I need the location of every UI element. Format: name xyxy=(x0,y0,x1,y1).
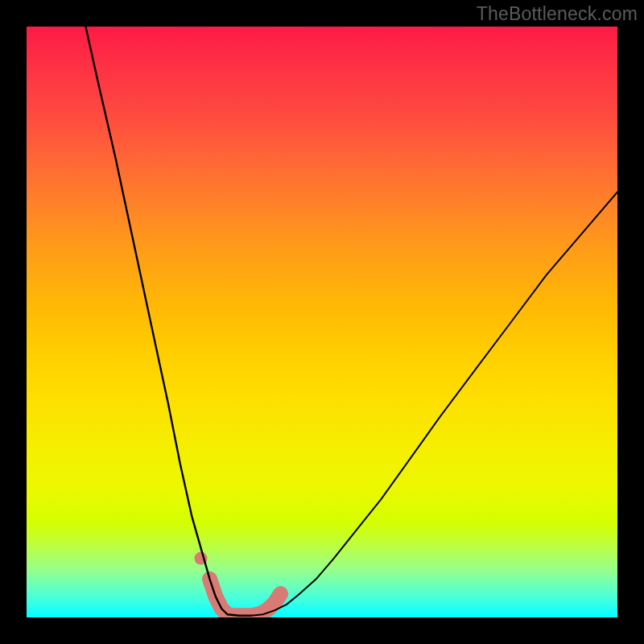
curves-layer xyxy=(27,27,617,617)
left-curve xyxy=(85,27,251,616)
plot-area xyxy=(27,27,617,617)
right-curve xyxy=(251,192,617,616)
trough-highlight xyxy=(210,579,281,616)
chart-frame: TheBottleneck.com xyxy=(0,0,644,644)
watermark-text: TheBottleneck.com xyxy=(477,3,638,25)
